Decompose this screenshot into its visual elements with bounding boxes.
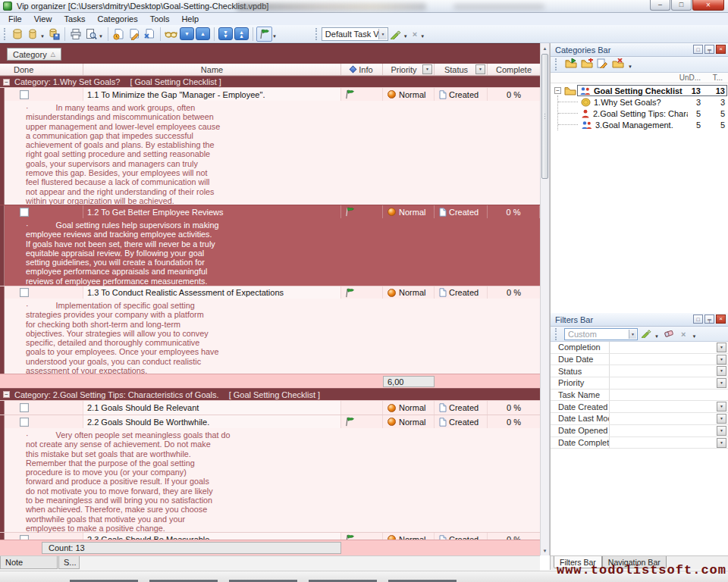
task-checkbox[interactable] xyxy=(20,418,29,427)
task-checkbox[interactable] xyxy=(20,208,29,217)
edit-task-icon[interactable] xyxy=(127,27,142,42)
column-header-status[interactable]: Status ▼ xyxy=(435,64,488,75)
close-panel-icon[interactable]: × xyxy=(716,45,726,54)
column-undone[interactable]: UnD... xyxy=(679,74,701,82)
scrollbar-thumb[interactable] xyxy=(541,54,548,179)
dropdown-icon[interactable]: ▼ xyxy=(717,343,726,352)
filter-row-due-date[interactable]: Due Date ▼ xyxy=(551,354,728,366)
restore-panel-icon[interactable]: □ xyxy=(693,45,703,54)
save-database-icon[interactable] xyxy=(46,27,61,42)
dropdown-icon[interactable]: ▼ xyxy=(717,366,726,376)
flag-filter-caret-icon[interactable]: ▼ xyxy=(272,34,277,39)
task-description-row[interactable]: · In many teams and work groups, often m… xyxy=(0,101,540,205)
task-description-row[interactable]: · Implementation of specific goal settin… xyxy=(0,299,540,374)
column-header-name[interactable]: Name xyxy=(83,64,341,75)
filter-row-task-name[interactable]: Task Name xyxy=(551,390,728,402)
recent-databases-caret-icon[interactable]: ▼ xyxy=(40,34,45,39)
category-row-2[interactable]: − Category: 2.Goal Setting Tips: Charact… xyxy=(0,388,540,400)
group-by-category-button[interactable]: Category △ xyxy=(7,48,61,61)
table-row[interactable]: 2.1 Goals Should Be Relevant Normal Crea… xyxy=(0,400,540,415)
table-row[interactable]: 2.3 Goals Should Be Measurable Normal Cr… xyxy=(0,532,540,540)
view-notes-icon[interactable] xyxy=(164,27,179,42)
pin-panel-icon[interactable]: ╤ xyxy=(704,45,714,54)
open-database-icon[interactable] xyxy=(10,27,25,42)
tree-item-goal-setting-checklist[interactable]: − Goal Setting Checklist 13 13 xyxy=(551,85,728,96)
scroll-up-icon[interactable]: ▲ xyxy=(541,43,549,53)
move-up-icon[interactable]: ▲ xyxy=(196,27,210,40)
category-row-1[interactable]: − Category: 1.Why Set Goals? [ Goal Sett… xyxy=(0,76,540,87)
toolbar-gripper[interactable] xyxy=(4,28,7,40)
menu-help[interactable]: Help xyxy=(175,13,205,25)
close-button[interactable]: × xyxy=(692,0,724,11)
column-total[interactable]: T... xyxy=(713,74,723,82)
combo-dropdown-icon[interactable]: ▼ xyxy=(378,29,387,39)
toolbar-gripper[interactable] xyxy=(555,328,558,340)
restore-panel-icon[interactable]: □ xyxy=(693,314,703,324)
status-filter-dropdown[interactable]: ▼ xyxy=(475,64,485,74)
task-description-row-selected[interactable]: · Goal setting rules help supervisors in… xyxy=(0,218,540,286)
filter-row-date-opened[interactable]: Date Opened ▼ xyxy=(551,425,728,437)
toolbar-gripper[interactable] xyxy=(315,28,318,40)
clear-filter-icon[interactable] xyxy=(664,327,675,341)
print-preview-icon[interactable] xyxy=(83,27,99,42)
table-row[interactable]: 2.2 Goals Should Be Worthwhile. Normal C… xyxy=(0,415,540,428)
categories-toolbar-overflow-icon[interactable]: ▼ xyxy=(628,64,632,69)
column-header-done[interactable]: Done xyxy=(0,64,83,75)
combo-dropdown-icon[interactable]: ▼ xyxy=(629,330,636,339)
task-view-combo[interactable]: Default Task V ▼ xyxy=(322,27,388,41)
collapse-all-icon[interactable]: ▲▲ xyxy=(234,27,249,40)
task-checkbox[interactable] xyxy=(20,403,29,412)
delete-category-icon[interactable] xyxy=(612,58,624,71)
menu-tasks[interactable]: Tasks xyxy=(58,13,91,25)
filter-row-priority[interactable]: Priority ▼ xyxy=(551,377,728,390)
tree-item-goal-management[interactable]: 3.Goal Management. 5 5 xyxy=(551,119,728,130)
column-header-info[interactable]: Info xyxy=(341,64,383,75)
tree-expander-icon[interactable]: − xyxy=(554,87,561,94)
close-panel-icon[interactable]: × xyxy=(716,314,726,324)
filter-row-date-created[interactable]: Date Created ▼ xyxy=(551,401,728,413)
recent-databases-icon[interactable] xyxy=(25,27,40,42)
flag-filter-button[interactable] xyxy=(256,27,272,42)
dropdown-icon[interactable]: ▼ xyxy=(717,438,726,448)
print-preview-caret-icon[interactable]: ▼ xyxy=(99,34,103,39)
filter-row-date-last-modified[interactable]: Date Last Modified ▼ xyxy=(551,413,728,425)
dropdown-icon[interactable]: ▼ xyxy=(717,402,726,411)
vertical-scrollbar[interactable]: ▲ ▼ xyxy=(540,43,550,555)
dropdown-icon[interactable]: ▼ xyxy=(717,426,726,436)
table-row[interactable]: 1.1 To Minimize the Gap "Manager - Emplo… xyxy=(0,87,540,101)
task-checkbox[interactable] xyxy=(20,90,29,99)
scroll-down-icon[interactable]: ▼ xyxy=(541,546,549,555)
print-icon[interactable] xyxy=(68,27,83,42)
tab-note[interactable]: Note xyxy=(0,556,58,569)
tree-item-goal-setting-tips[interactable]: 2.Goal Setting Tips: Characteri 5 5 xyxy=(551,108,728,119)
apply-view-caret-icon[interactable]: ▼ xyxy=(403,34,408,39)
add-category-icon[interactable] xyxy=(581,58,593,71)
tree-item-why-set-goals[interactable]: 1.Why Set Goals? 3 3 xyxy=(551,96,728,108)
dropdown-icon[interactable]: ▼ xyxy=(717,355,726,365)
filter-row-status[interactable]: Status ▼ xyxy=(551,365,728,377)
priority-filter-dropdown[interactable]: ▼ xyxy=(422,64,432,74)
apply-filter-caret-icon[interactable]: ▼ xyxy=(654,334,659,339)
apply-filter-icon[interactable] xyxy=(641,327,651,341)
menu-file[interactable]: File xyxy=(2,13,28,25)
delete-task-icon[interactable] xyxy=(142,27,157,42)
delete-filter-icon[interactable]: × xyxy=(681,330,686,339)
task-checkbox[interactable] xyxy=(20,288,29,297)
clear-view-icon[interactable]: × xyxy=(413,30,417,39)
collapse-icon[interactable]: − xyxy=(3,79,10,86)
column-header-priority[interactable]: Priority ▼ xyxy=(383,64,435,75)
filter-row-date-completed[interactable]: Date Completed ▼ xyxy=(551,437,728,449)
dropdown-icon[interactable]: ▼ xyxy=(717,414,726,424)
dropdown-icon[interactable]: ▼ xyxy=(717,378,726,388)
expand-all-icon[interactable]: ▼▼ xyxy=(218,27,233,40)
task-description-row[interactable]: · Very often people set meaningless goal… xyxy=(0,428,540,532)
menu-view[interactable]: View xyxy=(28,13,58,25)
toolbar-overflow-icon[interactable]: ▼ xyxy=(420,34,425,39)
maximize-button[interactable]: □ xyxy=(671,0,692,11)
tab-s[interactable]: S... xyxy=(58,556,80,569)
toolbar-gripper[interactable] xyxy=(555,58,558,70)
edit-category-icon[interactable] xyxy=(597,58,608,71)
new-task-icon[interactable] xyxy=(111,27,127,42)
table-row-selected[interactable]: 1.2 To Get Better Employee Reviews Norma… xyxy=(0,205,540,218)
column-header-complete[interactable]: Complete xyxy=(488,64,540,75)
